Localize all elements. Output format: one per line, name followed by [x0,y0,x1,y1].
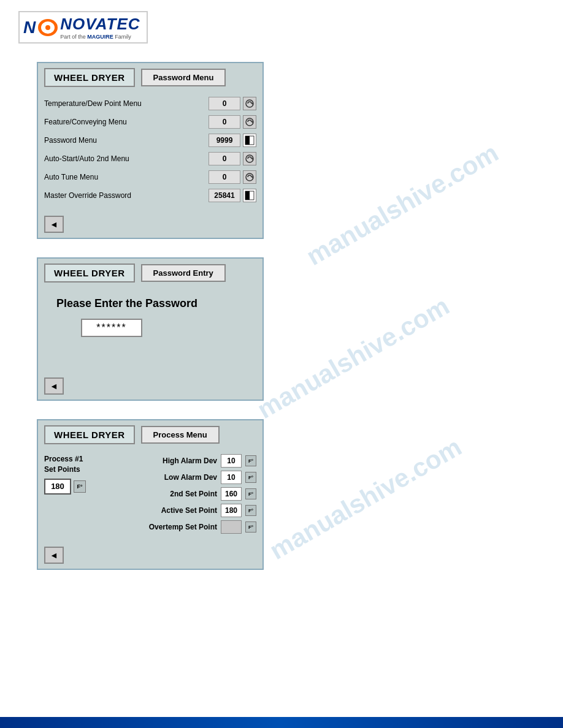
menu-row-2: Password Menu 9999 [44,132,256,148]
process-unit-0: F° [245,455,256,466]
process-row-2: 2nd Set Point 160 F° [94,487,256,501]
process-value-3[interactable]: 180 [221,504,242,517]
panel2-header: WHEEL DRYER Password Entry [38,259,262,287]
menu-row-label-5: Master Override Password [44,191,209,200]
logo-tagline: Part of the MAGUIRE Family [60,34,140,40]
process-row-label-1: Low Alarm Dev [164,473,217,482]
menu-row-label-4: Auto Tune Menu [44,173,209,181]
menu-row-5: Master Override Password 25841 [44,188,256,203]
menu-row-4: Auto Tune Menu 0 [44,169,256,185]
panel1-back-button[interactable]: ◄ [44,216,64,233]
menu-row-right-2: 9999 [209,134,256,147]
process-unit-2: F° [245,488,256,499]
process-value-0[interactable]: 10 [221,454,242,468]
panel2-title: WHEEL DRYER [44,264,135,282]
process-value-1[interactable]: 10 [221,471,242,484]
process-left: Process #1 Set Points 180 F° [44,454,86,495]
process-main-value[interactable]: 180 [44,479,71,495]
process-row-1: Low Alarm Dev 10 F° [94,471,256,484]
panel2-menu-button[interactable]: Password Entry [141,264,226,282]
logo-n-letter: N [23,18,36,37]
process-value-blank-4[interactable] [221,520,242,534]
logo-box: N NOVATEC Part of the MAGUIRE Family [18,11,148,44]
process-main-row: Process #1 Set Points 180 F° High Alarm … [44,454,256,537]
value-box-4[interactable]: 0 [209,170,240,184]
icon-btn-0[interactable] [243,97,256,110]
process-row-3: Active Set Point 180 F° [94,504,256,517]
logo-oval [38,19,58,36]
panel3-header: WHEEL DRYER Process Menu [38,420,262,449]
process-unit-1: F° [245,472,256,483]
menu-row-label-3: Auto-Start/Auto 2nd Menu [44,154,209,163]
menu-row-right-0: 0 [209,97,256,110]
panel2-back-button[interactable]: ◄ [44,377,64,395]
logo-text-right: NOVATEC Part of the MAGUIRE Family [60,15,140,40]
icon-btn-4[interactable] [243,170,256,184]
panel2-body: Please Enter the Password ****** [38,287,262,374]
menu-row-0: Temperature/Dew Point Menu 0 [44,96,256,112]
process-row-4: Overtemp Set Point F° [94,520,256,534]
svg-rect-11 [245,191,250,200]
menu-row-3: Auto-Start/Auto 2nd Menu 0 [44,151,256,167]
password-prompt: Please Enter the Password [56,297,250,310]
process-row-label-2: 2nd Set Point [170,490,217,498]
panel3-body: Process #1 Set Points 180 F° High Alarm … [38,449,262,543]
logo-oval-dot [45,25,50,30]
panel3-title: WHEEL DRYER [44,425,135,444]
process-unit-3: F° [245,505,256,516]
panel1-header: WHEEL DRYER Password Menu [38,63,262,92]
icon-btn-1[interactable] [243,115,256,129]
process-main-unit: F° [74,480,86,493]
process-value-group: 180 F° [44,479,86,495]
menu-row-1: Feature/Conveying Menu 0 [44,114,256,130]
panel3-back-button[interactable]: ◄ [44,547,64,564]
process-menu-panel: WHEEL DRYER Process Menu Process #1 Set … [37,419,264,570]
bottom-bar [0,717,563,728]
logo-area: N NOVATEC Part of the MAGUIRE Family [0,0,563,50]
value-box-1[interactable]: 0 [209,115,240,129]
process-right: High Alarm Dev 10 F° Low Alarm Dev 10 F°… [94,454,256,537]
password-menu-panel: WHEEL DRYER Password Menu Temperature/De… [37,62,264,239]
menu-row-right-4: 0 [209,170,256,184]
process-row-0: High Alarm Dev 10 F° [94,454,256,468]
password-input[interactable]: ****** [81,319,142,337]
logo-company-name: NOVATEC [60,15,140,34]
panel3-menu-button[interactable]: Process Menu [141,426,220,444]
icon-btn-5[interactable] [243,189,256,202]
menu-row-right-5: 25841 [209,189,256,202]
menu-row-label-2: Password Menu [44,136,209,145]
process-row-label-0: High Alarm Dev [163,457,217,465]
svg-rect-5 [245,136,250,145]
value-box-3[interactable]: 0 [209,152,240,165]
panel1-menu-button[interactable]: Password Menu [141,69,226,86]
menu-row-right-3: 0 [209,152,256,165]
value-box-5[interactable]: 25841 [209,189,240,202]
value-box-2[interactable]: 9999 [209,134,240,147]
panel1-title: WHEEL DRYER [44,68,135,87]
panel1-body: Temperature/Dew Point Menu 0 Feature/Con… [38,92,262,212]
logo-oval-inner [41,21,55,34]
password-entry-panel: WHEEL DRYER Password Entry Please Enter … [37,257,264,401]
process-unit-4: F° [245,521,256,533]
process-row-label-4: Overtemp Set Point [149,523,217,531]
process-label: Process #1 Set Points [44,454,83,475]
menu-row-right-1: 0 [209,115,256,129]
process-row-label-3: Active Set Point [161,506,217,515]
value-box-0[interactable]: 0 [209,97,240,110]
icon-btn-3[interactable] [243,152,256,165]
menu-row-label-0: Temperature/Dew Point Menu [44,99,209,108]
menu-row-label-1: Feature/Conveying Menu [44,118,209,126]
icon-btn-2[interactable] [243,134,256,147]
process-value-2[interactable]: 160 [221,487,242,501]
main-content: WHEEL DRYER Password Menu Temperature/De… [0,50,563,582]
